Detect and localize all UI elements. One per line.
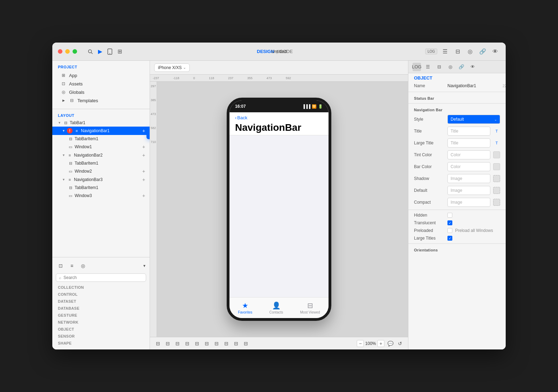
align-center-icon[interactable]: ⊟ <box>164 340 172 347</box>
tree-item-navbar1[interactable]: ▼ ! ≡ NavigationBar1 + <box>52 127 150 135</box>
target-icon[interactable]: ◎ <box>465 47 475 56</box>
shadow-input[interactable]: Image <box>447 174 490 183</box>
search-button[interactable] <box>85 47 95 56</box>
large-titles-checkbox[interactable] <box>447 236 452 241</box>
tree-item-tabbaritem1c[interactable]: ⊟ TabBarItem1 <box>52 184 150 191</box>
tree-item-window1[interactable]: ▭ Window1 + <box>52 143 150 151</box>
library-control[interactable]: CONTROL <box>52 291 150 298</box>
library-dropdown[interactable]: ▾ <box>143 263 145 268</box>
lock-icon[interactable]: ⊟ <box>242 340 250 347</box>
link-view-icon[interactable]: 🔗 <box>457 63 466 71</box>
tree-item-window3[interactable]: ▭ Window3 + <box>52 191 150 200</box>
tint-color-input[interactable]: Color <box>447 150 490 159</box>
align-right-icon[interactable]: ⊟ <box>174 340 181 347</box>
hidden-checkbox[interactable] <box>447 213 452 218</box>
device-selector[interactable]: iPhone X/XS ⌄ <box>154 63 190 72</box>
tooltip: ⊟ Tabbar Item <box>146 127 150 139</box>
eye-icon[interactable]: 👁 <box>490 47 500 56</box>
name-field[interactable] <box>447 83 500 88</box>
large-title-input[interactable]: Title <box>447 138 490 148</box>
widget-icon-btn[interactable]: ◎ <box>79 262 87 270</box>
sidebar-item-app[interactable]: ⊞ App <box>58 71 144 80</box>
add-button[interactable]: + <box>141 168 147 174</box>
list-icon[interactable]: ☰ <box>440 47 450 56</box>
target-view-icon[interactable]: ◎ <box>446 63 454 71</box>
sidebar-item-assets[interactable]: ⊡ Assets <box>58 80 144 88</box>
list-view-icon[interactable]: ☰ <box>424 63 432 71</box>
add-button[interactable]: + <box>141 152 147 158</box>
search-input[interactable] <box>63 275 143 280</box>
library-shape[interactable]: SHAPE <box>52 340 150 347</box>
layout-label: LAYOUT <box>52 112 150 119</box>
translucent-checkbox[interactable] <box>447 220 452 225</box>
add-button[interactable]: + <box>141 193 147 199</box>
library-dataset[interactable]: DATASET <box>52 298 150 305</box>
tab-item-mostviewed[interactable]: ⊟ Most Viewed <box>300 301 320 314</box>
library-collection[interactable]: COLLECTION <box>52 284 150 291</box>
frame-icon[interactable]: ⊟ <box>453 47 462 56</box>
library-network[interactable]: NETWORK <box>52 319 150 326</box>
compact-input[interactable]: Image <box>447 198 490 207</box>
sidebar-item-globals[interactable]: ◎ Globals <box>58 88 144 96</box>
link-icon[interactable]: 🔗 <box>478 47 488 56</box>
compact-image-btn[interactable] <box>493 199 500 206</box>
list-icon-btn[interactable]: ≡ <box>68 262 76 270</box>
ungroup-icon[interactable]: ⊟ <box>223 340 230 347</box>
align-top-icon[interactable]: ⊟ <box>193 340 201 347</box>
align-left-icon[interactable]: ⊟ <box>154 340 162 347</box>
bar-color-input[interactable]: Color <box>447 162 490 171</box>
library-sensor[interactable]: SENSOR <box>52 333 150 340</box>
tab-item-contacts[interactable]: 👤 Contacts <box>269 301 283 314</box>
add-button[interactable]: + <box>141 176 147 183</box>
default-input[interactable]: Image <box>447 186 490 195</box>
library-database[interactable]: DATABASE <box>52 305 150 312</box>
tree-item-tabbaritem1b[interactable]: ⊟ TabBarItem1 <box>52 159 150 167</box>
tint-color-label: Tint Color <box>414 152 445 157</box>
zoom-in-button[interactable]: + <box>377 340 384 347</box>
shadow-label: Shadow <box>414 176 445 181</box>
svg-point-3 <box>110 53 110 54</box>
play-button[interactable]: ▶ <box>95 47 105 56</box>
minimize-button[interactable] <box>65 49 70 54</box>
title-input[interactable]: Title <box>447 127 490 136</box>
left-sidebar: PROJECT ⊞ App ⊡ Assets ◎ Globals ▶ ⊟ Tem… <box>52 61 150 349</box>
back-button[interactable]: ‹ Back <box>235 115 323 120</box>
sidebar-item-templates[interactable]: ▶ ⊟ Templates <box>58 96 144 105</box>
bar-color-swatch[interactable] <box>493 163 500 170</box>
window-icon-btn[interactable]: ⊡ <box>56 262 65 270</box>
log-button[interactable]: LOG <box>425 48 437 54</box>
distribute-icon[interactable]: ⊟ <box>183 340 191 347</box>
style-select[interactable]: Default ⌄ <box>447 115 500 124</box>
large-title-T-button[interactable]: T <box>493 140 500 146</box>
tree-item-navbar3[interactable]: ▼ ≡ NavigationBar3 + <box>52 175 150 184</box>
device-icon[interactable] <box>105 47 115 56</box>
frame-view-icon[interactable]: ⊟ <box>435 63 443 71</box>
rotate-icon[interactable]: ↺ <box>396 340 404 347</box>
library-object[interactable]: OBJECT <box>52 326 150 333</box>
tree-item-window2[interactable]: ▭ Window2 + <box>52 167 150 175</box>
canvas-content[interactable]: 297 385 473 582 710 16:07 ▐▐▐ 🛜 <box>150 82 408 337</box>
align-bottom-icon[interactable]: ⊟ <box>203 340 211 347</box>
zoom-out-button[interactable]: − <box>357 340 364 347</box>
comment-icon[interactable]: 💬 <box>386 340 394 347</box>
grid-icon[interactable]: ⊞ <box>115 47 125 56</box>
tab-item-favorites[interactable]: ★ Favorites <box>238 301 252 314</box>
templates-icon: ⊟ <box>69 98 75 103</box>
add-button[interactable]: + <box>141 144 147 150</box>
frame-icon[interactable]: ⊟ <box>232 340 240 347</box>
shadow-image-btn[interactable] <box>493 175 500 182</box>
default-image-btn[interactable] <box>493 187 500 194</box>
maximize-button[interactable] <box>73 49 77 54</box>
eye-view-icon[interactable]: 👁 <box>468 63 477 71</box>
close-button[interactable] <box>58 49 62 54</box>
tree-item-tabbar1[interactable]: ▼ ⊟ TabBar1 <box>52 119 150 127</box>
tint-color-swatch[interactable] <box>493 151 500 158</box>
library-gesture[interactable]: GESTURE <box>52 312 150 319</box>
tree-item-tabbaritem1a[interactable]: ⊟ TabBarItem1 <box>52 135 150 143</box>
log-icon[interactable]: LOG <box>413 63 421 71</box>
group-icon[interactable]: ⊟ <box>213 340 220 347</box>
tree-item-navbar2[interactable]: ▼ ≡ NavigationBar2 + <box>52 151 150 159</box>
add-button[interactable]: + <box>141 128 147 134</box>
preloaded-checkbox[interactable] <box>447 228 452 233</box>
title-T-button[interactable]: T <box>493 128 500 135</box>
